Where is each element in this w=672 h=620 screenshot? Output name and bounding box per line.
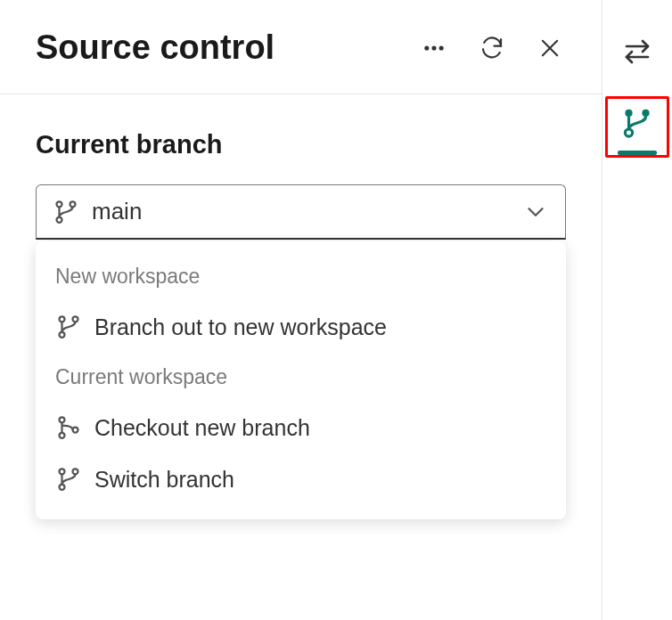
panel-title: Source control xyxy=(36,29,418,67)
close-icon xyxy=(537,36,562,61)
branch-icon xyxy=(55,314,82,340)
refresh-button[interactable] xyxy=(475,31,509,65)
close-button[interactable] xyxy=(534,32,566,64)
more-button[interactable] xyxy=(418,32,450,64)
svg-point-12 xyxy=(60,433,65,438)
dropdown-item-label: Branch out to new workspace xyxy=(94,314,387,340)
sync-icon xyxy=(621,36,653,68)
svg-point-6 xyxy=(70,201,76,207)
source-control-tab-highlight xyxy=(605,96,669,158)
branch-icon xyxy=(55,466,82,493)
dropdown-item-checkout[interactable]: Checkout new branch xyxy=(36,402,566,453)
dropdown-group-current-workspace: Current workspace xyxy=(36,353,566,402)
branch-icon xyxy=(53,199,79,225)
right-rail xyxy=(602,0,672,620)
git-branch-icon xyxy=(620,106,654,140)
svg-point-9 xyxy=(73,316,78,322)
branch-dropdown-menu: New workspace Branch out to new work xyxy=(36,241,566,519)
svg-point-16 xyxy=(60,485,65,490)
panel-header: Source control xyxy=(0,0,602,94)
refresh-icon xyxy=(479,35,505,61)
svg-point-15 xyxy=(73,469,78,474)
branch-selector: main New workspace xyxy=(36,184,566,240)
active-tab-indicator xyxy=(618,151,657,155)
more-icon xyxy=(422,36,447,61)
svg-point-19 xyxy=(625,110,632,117)
svg-point-11 xyxy=(60,417,65,422)
source-control-tab[interactable] xyxy=(617,102,658,143)
svg-point-14 xyxy=(60,469,65,474)
dropdown-group-new-workspace: New workspace xyxy=(36,252,566,301)
current-branch-label: Current branch xyxy=(36,130,566,159)
svg-point-21 xyxy=(625,129,632,136)
dropdown-item-branch-out[interactable]: Branch out to new workspace xyxy=(36,301,566,353)
svg-point-8 xyxy=(60,316,65,322)
panel-content: Current branch main xyxy=(0,94,602,240)
selected-branch-text: main xyxy=(92,198,510,225)
dropdown-item-switch[interactable]: Switch branch xyxy=(36,453,566,505)
dropdown-item-label: Checkout new branch xyxy=(94,415,310,441)
svg-point-1 xyxy=(433,46,436,49)
dropdown-item-label: Switch branch xyxy=(94,467,234,493)
svg-point-0 xyxy=(425,46,428,49)
svg-point-5 xyxy=(57,201,62,207)
header-actions xyxy=(418,31,566,65)
svg-point-20 xyxy=(642,110,649,117)
branch-select[interactable]: main xyxy=(36,184,566,240)
chevron-down-icon xyxy=(522,199,549,225)
svg-point-2 xyxy=(440,46,443,49)
svg-point-10 xyxy=(60,332,65,338)
svg-point-7 xyxy=(57,216,62,222)
sync-button[interactable] xyxy=(618,32,657,71)
checkout-branch-icon xyxy=(55,414,82,441)
source-control-panel: Source control xyxy=(0,0,602,620)
